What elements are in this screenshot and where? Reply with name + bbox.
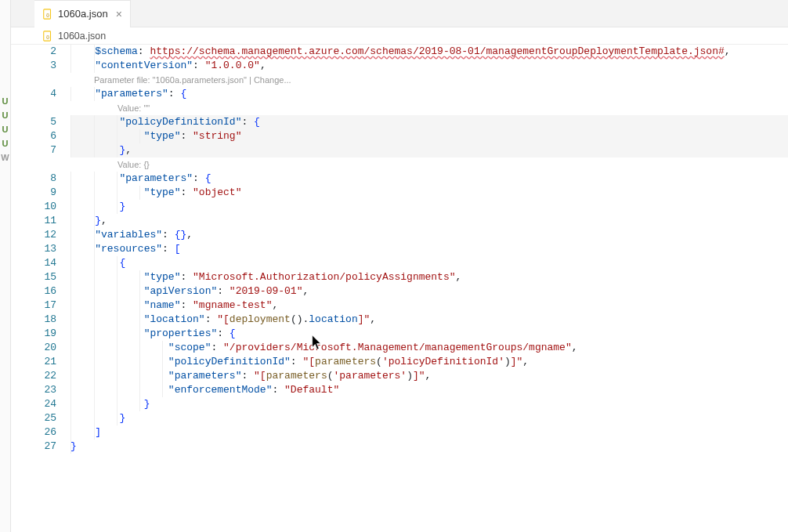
code-line[interactable]: "type": "Microsoft.Authorization/policyA… — [70, 270, 788, 284]
line-number: 2 — [11, 45, 70, 59]
code-line[interactable]: }, — [70, 143, 788, 157]
codelens-value-hint: Value: "" — [70, 101, 788, 115]
code-line[interactable]: { — [70, 256, 788, 270]
code-line[interactable]: "policyDefinitionId": "[parameters('poli… — [70, 355, 788, 369]
line-number: 10 — [11, 200, 70, 214]
line-number: 16 — [11, 284, 70, 299]
code-line[interactable]: "contentVersion": "1.0.0.0", — [70, 59, 788, 73]
line-number: 18 — [11, 313, 70, 327]
svg-text:{}: {} — [46, 11, 49, 16]
line-number: 21 — [11, 355, 70, 369]
line-number: 4 — [11, 87, 70, 101]
line-number: 27 — [11, 440, 70, 454]
line-number: 6 — [11, 129, 70, 143]
code-line[interactable]: "properties": { — [70, 327, 788, 341]
code-line[interactable]: "variables": {}, — [70, 228, 788, 242]
code-line[interactable]: "scope": "/providers/Microsoft.Managemen… — [70, 341, 788, 355]
code-line[interactable]: "policyDefinitionId": { — [70, 115, 788, 129]
vcs-mark: U — [2, 136, 9, 150]
line-number: 26 — [11, 425, 70, 440]
vcs-mark: U — [2, 108, 9, 122]
code-area[interactable]: $schema: https://schema.management.azure… — [70, 45, 788, 532]
line-number: 12 — [11, 228, 70, 242]
line-number: 23 — [11, 383, 70, 397]
line-number: 20 — [11, 341, 70, 355]
line-number: 24 — [11, 397, 70, 411]
code-line[interactable]: "name": "mgname-test", — [70, 299, 788, 313]
code-line[interactable]: $schema: https://schema.management.azure… — [70, 45, 788, 59]
code-line[interactable]: } — [70, 411, 788, 425]
code-line[interactable]: "type": "string" — [70, 129, 788, 143]
vcs-gutter: UUUUW — [0, 0, 11, 532]
code-line[interactable]: } — [70, 440, 788, 454]
codelens-value-hint: Value: {} — [70, 157, 788, 172]
code-line[interactable]: "parameters": { — [70, 172, 788, 186]
code-line[interactable]: "resources": [ — [70, 242, 788, 256]
line-number: 19 — [11, 327, 70, 341]
code-line[interactable]: } — [70, 397, 788, 411]
code-editor[interactable]: 2345678910111213141516171819202122232425… — [11, 45, 788, 532]
code-line[interactable]: "location": "[deployment().location]", — [70, 313, 788, 327]
tab-bar: {} 1060a.json × — [11, 0, 788, 27]
line-number-gutter: 2345678910111213141516171819202122232425… — [11, 45, 70, 532]
json-file-icon: {} — [42, 9, 53, 20]
svg-text:{}: {} — [46, 33, 49, 38]
schema-url[interactable]: https://schema.management.azure.com/sche… — [150, 45, 724, 57]
code-line[interactable]: } — [70, 200, 788, 214]
code-line[interactable]: "parameters": { — [70, 87, 788, 101]
json-file-icon: {} — [42, 31, 53, 42]
breadcrumb[interactable]: {} 1060a.json — [11, 27, 788, 45]
vcs-mark: U — [2, 94, 9, 108]
line-number: 5 — [11, 115, 70, 129]
line-number: 17 — [11, 299, 70, 313]
line-number: 3 — [11, 59, 70, 73]
line-number: 9 — [11, 186, 70, 200]
line-number: 22 — [11, 369, 70, 383]
vcs-mark: U — [2, 122, 9, 136]
codelens-parameter-file[interactable]: Parameter file: "1060a.parameters.json" … — [70, 73, 788, 87]
line-number: 7 — [11, 143, 70, 157]
code-line[interactable]: "apiVersion": "2019-09-01", — [70, 284, 788, 299]
code-line[interactable]: "parameters": "[parameters('parameters')… — [70, 369, 788, 383]
breadcrumb-filename: 1060a.json — [58, 31, 106, 42]
line-number: 13 — [11, 242, 70, 256]
code-line[interactable]: ] — [70, 425, 788, 440]
code-line[interactable]: }, — [70, 214, 788, 228]
code-line[interactable]: "type": "object" — [70, 186, 788, 200]
line-number: 14 — [11, 256, 70, 270]
close-icon[interactable]: × — [113, 8, 122, 20]
editor-tab[interactable]: {} 1060a.json × — [34, 0, 131, 27]
line-number: 11 — [11, 214, 70, 228]
tab-filename: 1060a.json — [58, 8, 108, 20]
vcs-mark: W — [1, 150, 9, 165]
code-line[interactable]: "enforcementMode": "Default" — [70, 383, 788, 397]
line-number: 15 — [11, 270, 70, 284]
line-number: 8 — [11, 172, 70, 186]
line-number: 25 — [11, 411, 70, 425]
